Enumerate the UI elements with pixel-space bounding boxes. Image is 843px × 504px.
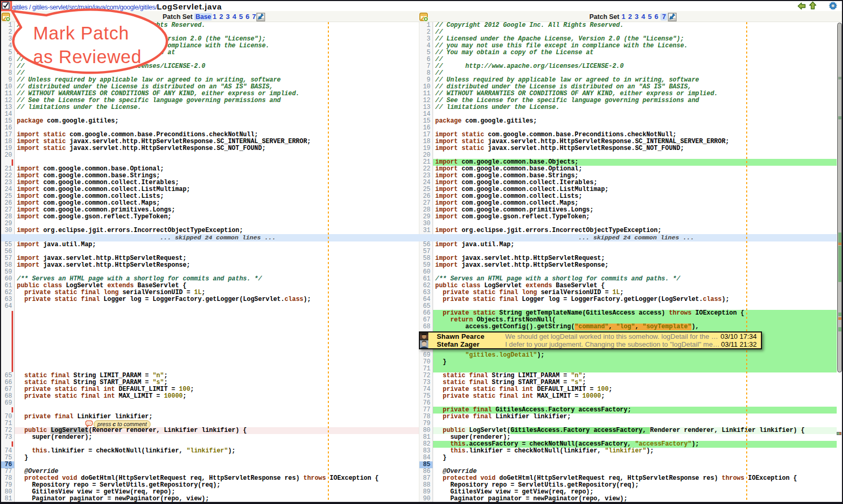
- svg-text:Mark Patch: Mark Patch: [33, 23, 129, 43]
- svg-text:as Reviewed: as Reviewed: [33, 47, 142, 67]
